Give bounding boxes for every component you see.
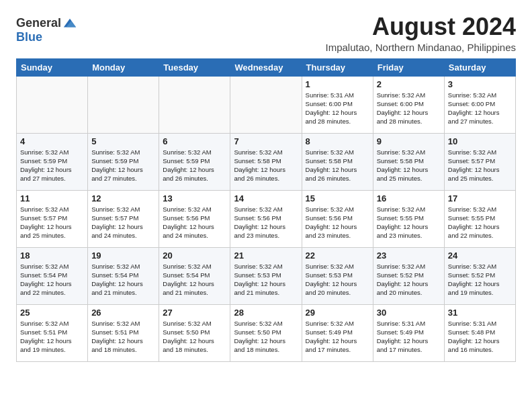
calendar-cell: 19Sunrise: 5:32 AM Sunset: 5:54 PM Dayli…	[88, 247, 159, 304]
day-number: 12	[91, 193, 155, 203]
calendar-cell: 20Sunrise: 5:32 AM Sunset: 5:54 PM Dayli…	[159, 247, 230, 304]
day-info: Sunrise: 5:32 AM Sunset: 5:59 PM Dayligh…	[91, 148, 155, 183]
weekday-header-sunday: Sunday	[17, 58, 88, 76]
day-info: Sunrise: 5:32 AM Sunset: 5:58 PM Dayligh…	[234, 148, 298, 183]
calendar-cell: 7Sunrise: 5:32 AM Sunset: 5:58 PM Daylig…	[230, 133, 302, 190]
calendar-cell: 8Sunrise: 5:32 AM Sunset: 5:58 PM Daylig…	[302, 133, 373, 190]
calendar-week-row: 4Sunrise: 5:32 AM Sunset: 5:59 PM Daylig…	[17, 133, 516, 190]
calendar-cell: 4Sunrise: 5:32 AM Sunset: 5:59 PM Daylig…	[17, 133, 88, 190]
day-info: Sunrise: 5:32 AM Sunset: 5:58 PM Dayligh…	[306, 148, 369, 183]
day-number: 4	[20, 136, 84, 146]
day-info: Sunrise: 5:32 AM Sunset: 5:57 PM Dayligh…	[91, 205, 155, 240]
calendar-cell: 13Sunrise: 5:32 AM Sunset: 5:56 PM Dayli…	[159, 190, 230, 247]
weekday-header-tuesday: Tuesday	[159, 58, 230, 76]
logo-text-general: General	[16, 17, 61, 30]
day-info: Sunrise: 5:32 AM Sunset: 5:58 PM Dayligh…	[377, 148, 441, 183]
calendar-cell: 3Sunrise: 5:32 AM Sunset: 6:00 PM Daylig…	[444, 76, 515, 133]
day-number: 24	[448, 250, 512, 261]
day-number: 21	[234, 250, 298, 261]
day-info: Sunrise: 5:32 AM Sunset: 5:50 PM Dayligh…	[234, 319, 298, 355]
calendar-cell: 14Sunrise: 5:32 AM Sunset: 5:56 PM Dayli…	[230, 190, 302, 247]
calendar-cell: 1Sunrise: 5:31 AM Sunset: 6:00 PM Daylig…	[302, 76, 373, 133]
day-number: 17	[448, 193, 512, 203]
calendar-cell: 23Sunrise: 5:32 AM Sunset: 5:52 PM Dayli…	[373, 247, 444, 304]
weekday-header-monday: Monday	[88, 58, 159, 76]
day-number: 18	[20, 250, 84, 261]
calendar-cell: 9Sunrise: 5:32 AM Sunset: 5:58 PM Daylig…	[373, 133, 444, 190]
day-info: Sunrise: 5:32 AM Sunset: 5:54 PM Dayligh…	[163, 262, 226, 298]
logo: General Blue	[16, 16, 77, 44]
day-info: Sunrise: 5:32 AM Sunset: 5:54 PM Dayligh…	[20, 262, 84, 298]
day-info: Sunrise: 5:32 AM Sunset: 5:56 PM Dayligh…	[234, 205, 298, 240]
day-info: Sunrise: 5:32 AM Sunset: 5:52 PM Dayligh…	[377, 262, 441, 298]
day-number: 30	[377, 308, 441, 318]
day-number: 20	[163, 250, 226, 261]
calendar-cell: 18Sunrise: 5:32 AM Sunset: 5:54 PM Dayli…	[17, 247, 88, 304]
day-info: Sunrise: 5:32 AM Sunset: 5:51 PM Dayligh…	[91, 319, 155, 355]
day-info: Sunrise: 5:32 AM Sunset: 5:57 PM Dayligh…	[448, 148, 512, 183]
weekday-header-wednesday: Wednesday	[230, 58, 302, 76]
calendar-cell: 12Sunrise: 5:32 AM Sunset: 5:57 PM Dayli…	[88, 190, 159, 247]
day-number: 29	[306, 308, 369, 318]
logo-icon	[62, 16, 77, 31]
day-info: Sunrise: 5:32 AM Sunset: 6:00 PM Dayligh…	[377, 91, 441, 126]
calendar-cell: 31Sunrise: 5:31 AM Sunset: 5:48 PM Dayli…	[444, 304, 515, 361]
calendar-cell: 16Sunrise: 5:32 AM Sunset: 5:55 PM Dayli…	[373, 190, 444, 247]
day-number: 13	[163, 193, 226, 203]
calendar-cell	[230, 76, 302, 133]
day-info: Sunrise: 5:32 AM Sunset: 5:56 PM Dayligh…	[163, 205, 226, 240]
calendar-cell: 2Sunrise: 5:32 AM Sunset: 6:00 PM Daylig…	[373, 76, 444, 133]
day-info: Sunrise: 5:32 AM Sunset: 5:57 PM Dayligh…	[20, 205, 84, 240]
day-info: Sunrise: 5:32 AM Sunset: 5:50 PM Dayligh…	[163, 319, 226, 355]
calendar-cell: 30Sunrise: 5:31 AM Sunset: 5:49 PM Dayli…	[373, 304, 444, 361]
day-number: 31	[448, 308, 512, 318]
day-info: Sunrise: 5:32 AM Sunset: 5:49 PM Dayligh…	[306, 319, 369, 355]
calendar-week-row: 18Sunrise: 5:32 AM Sunset: 5:54 PM Dayli…	[17, 247, 516, 304]
calendar-cell: 24Sunrise: 5:32 AM Sunset: 5:52 PM Dayli…	[444, 247, 515, 304]
calendar-cell: 22Sunrise: 5:32 AM Sunset: 5:53 PM Dayli…	[302, 247, 373, 304]
day-number: 25	[20, 308, 84, 318]
day-info: Sunrise: 5:32 AM Sunset: 5:52 PM Dayligh…	[448, 262, 512, 298]
weekday-header-row: SundayMondayTuesdayWednesdayThursdayFrid…	[17, 58, 516, 76]
page-header: General Blue August 2024 Impalutao, Nort…	[16, 13, 516, 53]
day-number: 28	[234, 308, 298, 318]
day-number: 8	[306, 136, 369, 146]
calendar-cell: 17Sunrise: 5:32 AM Sunset: 5:55 PM Dayli…	[444, 190, 515, 247]
day-info: Sunrise: 5:32 AM Sunset: 5:59 PM Dayligh…	[163, 148, 226, 183]
day-info: Sunrise: 5:32 AM Sunset: 5:54 PM Dayligh…	[91, 262, 155, 298]
calendar-cell: 26Sunrise: 5:32 AM Sunset: 5:51 PM Dayli…	[88, 304, 159, 361]
day-number: 11	[20, 193, 84, 203]
calendar-week-row: 11Sunrise: 5:32 AM Sunset: 5:57 PM Dayli…	[17, 190, 516, 247]
day-info: Sunrise: 5:32 AM Sunset: 5:56 PM Dayligh…	[306, 205, 369, 240]
day-info: Sunrise: 5:32 AM Sunset: 5:51 PM Dayligh…	[20, 319, 84, 355]
day-info: Sunrise: 5:32 AM Sunset: 5:53 PM Dayligh…	[234, 262, 298, 298]
calendar-cell: 21Sunrise: 5:32 AM Sunset: 5:53 PM Dayli…	[230, 247, 302, 304]
calendar-cell: 27Sunrise: 5:32 AM Sunset: 5:50 PM Dayli…	[159, 304, 230, 361]
calendar-cell: 10Sunrise: 5:32 AM Sunset: 5:57 PM Dayli…	[444, 133, 515, 190]
calendar-cell: 25Sunrise: 5:32 AM Sunset: 5:51 PM Dayli…	[17, 304, 88, 361]
calendar-cell	[159, 76, 230, 133]
calendar-cell: 15Sunrise: 5:32 AM Sunset: 5:56 PM Dayli…	[302, 190, 373, 247]
month-year-title: August 2024	[326, 13, 517, 40]
day-number: 2	[377, 79, 441, 89]
day-number: 23	[377, 250, 441, 261]
day-number: 6	[163, 136, 226, 146]
calendar-cell: 11Sunrise: 5:32 AM Sunset: 5:57 PM Dayli…	[17, 190, 88, 247]
day-number: 15	[306, 193, 369, 203]
logo-text-blue: Blue	[16, 30, 42, 44]
calendar-table: SundayMondayTuesdayWednesdayThursdayFrid…	[16, 58, 516, 362]
day-info: Sunrise: 5:31 AM Sunset: 6:00 PM Dayligh…	[306, 91, 369, 126]
calendar-cell: 29Sunrise: 5:32 AM Sunset: 5:49 PM Dayli…	[302, 304, 373, 361]
day-number: 9	[377, 136, 441, 146]
day-info: Sunrise: 5:32 AM Sunset: 5:59 PM Dayligh…	[20, 148, 84, 183]
weekday-header-thursday: Thursday	[302, 58, 373, 76]
day-number: 22	[306, 250, 369, 261]
day-number: 16	[377, 193, 441, 203]
calendar-cell: 6Sunrise: 5:32 AM Sunset: 5:59 PM Daylig…	[159, 133, 230, 190]
title-area: August 2024 Impalutao, Northern Mindanao…	[326, 13, 517, 53]
day-info: Sunrise: 5:32 AM Sunset: 5:55 PM Dayligh…	[377, 205, 441, 240]
day-info: Sunrise: 5:32 AM Sunset: 5:55 PM Dayligh…	[448, 205, 512, 240]
calendar-cell: 5Sunrise: 5:32 AM Sunset: 5:59 PM Daylig…	[88, 133, 159, 190]
location-subtitle: Impalutao, Northern Mindanao, Philippine…	[326, 42, 517, 53]
weekday-header-friday: Friday	[373, 58, 444, 76]
